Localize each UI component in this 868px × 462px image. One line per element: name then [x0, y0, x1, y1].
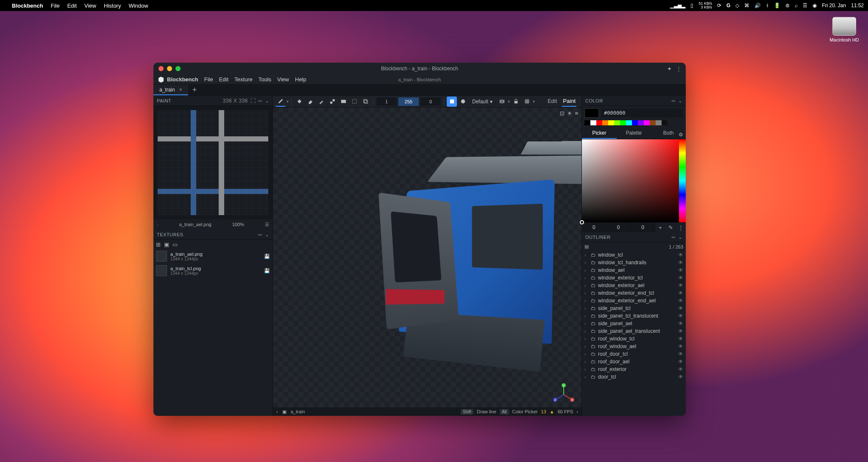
mirror-button[interactable]	[497, 97, 507, 107]
brush-size-input[interactable]: 1	[376, 97, 397, 106]
chevron-right-icon[interactable]: ›	[584, 291, 589, 296]
color-tab-picker[interactable]: Picker	[582, 128, 617, 139]
color-swatch[interactable]	[584, 108, 599, 118]
blend-mode-dropdown[interactable]: Default▾	[469, 99, 496, 105]
menubar-history[interactable]: History	[104, 3, 121, 9]
visibility-icon[interactable]: 👁	[678, 252, 683, 258]
palette-color[interactable]	[614, 120, 620, 125]
outliner-item[interactable]: ›🗀roof_door_tcl👁	[582, 350, 686, 358]
outliner-item[interactable]: ›🗀roof_window_ael👁	[582, 343, 686, 350]
outliner-item[interactable]: ›🗀side_panel_ael👁	[582, 320, 686, 327]
lock-button[interactable]	[511, 97, 521, 107]
window-minimize-button[interactable]	[167, 66, 172, 71]
outliner-item[interactable]: ›🗀roof_exterior👁	[582, 365, 686, 373]
color-r-input[interactable]: 0	[582, 223, 606, 232]
texture-folder-button[interactable]: ▭	[172, 241, 178, 248]
mode-edit-tab[interactable]: Edit	[547, 96, 558, 107]
status-battery2-icon[interactable]: 🔋	[774, 3, 780, 8]
palette-color[interactable]	[656, 120, 662, 125]
status-warn-count[interactable]: 13	[541, 409, 546, 414]
visibility-icon[interactable]: 👁	[678, 336, 683, 342]
color-b-input[interactable]: 0	[631, 223, 655, 232]
appmenu-help[interactable]: Help	[295, 76, 306, 83]
status-control-icon[interactable]: ☰	[803, 3, 807, 8]
select-tool-button[interactable]	[349, 97, 359, 107]
visibility-icon[interactable]: 👁	[678, 282, 683, 288]
visibility-icon[interactable]: 👁	[678, 366, 683, 372]
chevron-right-icon[interactable]: ›	[584, 344, 589, 349]
status-back-icon[interactable]: ‹	[276, 409, 278, 414]
visibility-icon[interactable]: 👁	[678, 275, 683, 281]
warning-icon[interactable]: ▲	[550, 409, 554, 414]
status-diamond-icon[interactable]: ◇	[735, 3, 739, 8]
outliner-item[interactable]: ›🗀window_exterior_end_tcl👁	[582, 289, 686, 297]
status-wifi-icon[interactable]: ⊚	[785, 3, 790, 8]
uv-fullscreen-icon[interactable]: ⛶	[250, 98, 256, 104]
viewport-camera-icon[interactable]: ⊡	[560, 110, 565, 116]
save-icon[interactable]: 💾	[264, 254, 270, 259]
fill-tool-button[interactable]	[294, 97, 304, 107]
status-graph-icon[interactable]: ▁▃▅▂	[670, 3, 685, 8]
appmenu-tools[interactable]: Tools	[259, 76, 271, 83]
texture-item[interactable]: a_train_ael.png 1344 x 1344px 💾	[153, 249, 273, 263]
menubar-view[interactable]: View	[84, 3, 96, 9]
palette-color[interactable]	[644, 120, 650, 125]
color-picker-icon[interactable]: ✎	[665, 224, 676, 231]
texture-item[interactable]: a_train_tcl.png 1344 x 1344px 💾	[153, 263, 273, 278]
chevron-right-icon[interactable]: ›	[584, 314, 589, 318]
window-close-button[interactable]	[159, 66, 164, 71]
desktop-drive-icon[interactable]: Macintosh HD	[827, 17, 861, 42]
outliner-item[interactable]: ›🗀window_exterior_tcl👁	[582, 274, 686, 282]
chevron-right-icon[interactable]: ›	[584, 360, 589, 364]
appmenu-texture[interactable]: Texture	[234, 76, 253, 83]
add-tab-button[interactable]: +	[188, 86, 201, 94]
visibility-icon[interactable]: 👁	[678, 298, 683, 304]
chevron-right-icon[interactable]: ›	[584, 253, 589, 257]
status-user-icon[interactable]: ◉	[812, 3, 817, 8]
save-icon[interactable]: 💾	[264, 268, 270, 274]
color-chevron-icon[interactable]: ⌄	[678, 98, 683, 104]
outliner-item[interactable]: ›🗀roof_window_tcl👁	[582, 335, 686, 343]
menubar-time[interactable]: 11:52	[851, 3, 864, 8]
visibility-icon[interactable]: 👁	[678, 343, 683, 349]
palette-color[interactable]	[632, 120, 638, 125]
color-cursor[interactable]	[580, 220, 584, 224]
color-g-input[interactable]: 0	[606, 223, 631, 232]
outliner-item[interactable]: ›🗀window_exterior_end_ael👁	[582, 297, 686, 304]
visibility-icon[interactable]: 👁	[678, 290, 683, 296]
palette-color[interactable]	[596, 120, 602, 125]
color-sv-picker[interactable]	[582, 139, 686, 222]
outliner-item[interactable]: ›🗀side_panel_tcl👁	[582, 304, 686, 312]
viewport-menu-icon[interactable]: ≡	[575, 110, 578, 116]
menubar-date[interactable]: Fri 20. Jan	[822, 3, 846, 8]
palette-color[interactable]	[608, 120, 614, 125]
outliner-filter-icon[interactable]: ▤	[584, 244, 589, 249]
outliner-options-icon[interactable]: ═	[671, 234, 675, 240]
copy-tool-button[interactable]	[360, 97, 370, 107]
uv-editor[interactable]	[153, 106, 273, 219]
palette-color[interactable]	[650, 120, 656, 125]
add-texture-button[interactable]: ⊞	[156, 241, 161, 248]
color-tab-palette[interactable]: Palette	[617, 128, 651, 139]
menu-dots-icon[interactable]: ⋮	[676, 66, 682, 72]
chevron-right-icon[interactable]: ›	[584, 375, 589, 379]
status-search-icon[interactable]: ⌕	[795, 3, 798, 8]
visibility-icon[interactable]: 👁	[678, 313, 683, 319]
visibility-icon[interactable]: 👁	[678, 305, 683, 311]
chevron-right-icon[interactable]: ›	[584, 260, 589, 265]
chevron-right-icon[interactable]: ›	[584, 276, 589, 280]
menubar-window[interactable]: Window	[128, 3, 148, 9]
status-bluetooth-icon[interactable]: ᚼ	[766, 3, 769, 8]
menubar-edit[interactable]: Edit	[67, 3, 77, 9]
outliner-chevron-icon[interactable]: ⌄	[678, 234, 683, 240]
axis-gizmo[interactable]: Y X Z	[552, 383, 576, 407]
outliner-item[interactable]: ›🗀window_exterior_ael👁	[582, 282, 686, 289]
grid-button[interactable]	[522, 97, 532, 107]
status-volume-icon[interactable]: 🔊	[754, 3, 761, 8]
3d-viewport[interactable]: ⊡ ☀ ≡ Y X Z	[273, 108, 581, 416]
window-zoom-button[interactable]	[175, 66, 181, 71]
uv-list-icon[interactable]: ☰	[265, 222, 269, 227]
palette-color[interactable]	[626, 120, 632, 125]
project-tab[interactable]: a_train ×	[153, 85, 188, 95]
outliner-item[interactable]: ›🗀roof_door_ael👁	[582, 358, 686, 365]
